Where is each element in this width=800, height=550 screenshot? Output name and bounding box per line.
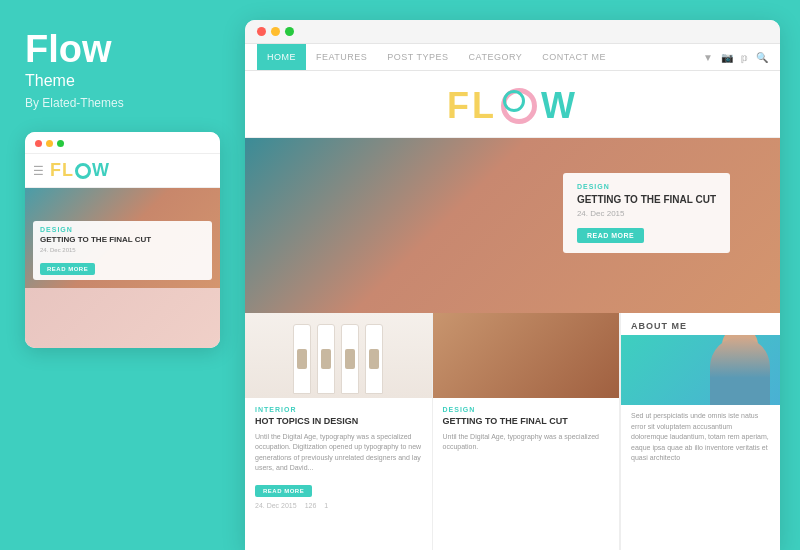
phone-nav: ☰ FLW bbox=[25, 154, 220, 188]
post-1-date: 24. Dec 2015 bbox=[255, 502, 297, 509]
brand-subtitle: Theme bbox=[25, 72, 75, 90]
post-2-tag: DESIGN bbox=[443, 406, 610, 413]
post-1-body: INTERIOR HOT TOPICS IN DESIGN Until the … bbox=[245, 398, 432, 550]
phone-top-bar bbox=[25, 132, 220, 154]
hero-title: GETTING TO THE FINAL CUT bbox=[577, 193, 716, 206]
post-2-body: DESIGN GETTING TO THE FINAL CUT Until th… bbox=[433, 398, 620, 550]
post-thumb-2 bbox=[433, 313, 620, 398]
logo-o-icon bbox=[75, 163, 91, 179]
posts-area: INTERIOR HOT TOPICS IN DESIGN Until the … bbox=[245, 313, 780, 550]
bottle-3 bbox=[341, 324, 359, 394]
desktop-top-bar bbox=[245, 20, 780, 44]
post-2-excerpt: Until the Digital Age, typography was a … bbox=[443, 432, 610, 453]
phone-category-tag: DESIGN bbox=[40, 226, 205, 233]
post-1-read-more-button[interactable]: READ MORE bbox=[255, 485, 312, 497]
phone-hero-image: DESIGN GETTING TO THE FINAL CUT 24. Dec … bbox=[25, 188, 220, 288]
nav-search-icon[interactable]: 🔍 bbox=[756, 52, 768, 63]
post-card-2: DESIGN GETTING TO THE FINAL CUT Until th… bbox=[433, 313, 621, 550]
nav-icons: ▼ 📷 𝕡 🔍 bbox=[703, 52, 768, 63]
nav-social-1-icon: ▼ bbox=[703, 52, 713, 63]
logo-w: W bbox=[92, 160, 110, 181]
nav-social-3-icon: 𝕡 bbox=[741, 52, 748, 63]
nav-item-features[interactable]: FEATURES bbox=[306, 44, 377, 70]
phone-post-title: GETTING TO THE FINAL CUT bbox=[40, 235, 205, 245]
phone-read-more-button[interactable]: READ MORE bbox=[40, 263, 95, 275]
dot-yellow-icon bbox=[46, 140, 53, 147]
phone-second-card bbox=[25, 288, 220, 348]
post-1-comments: 1 bbox=[324, 502, 328, 509]
nav-social-2-icon: 📷 bbox=[721, 52, 733, 63]
post-1-meta: 24. Dec 2015 126 1 bbox=[255, 502, 422, 509]
brand-author: By Elated-Themes bbox=[25, 96, 124, 110]
hero-section: DESIGN GETTING TO THE FINAL CUT 24. Dec … bbox=[245, 138, 780, 313]
site-logo-area: FL W bbox=[245, 71, 780, 138]
hero-overlay-card: DESIGN GETTING TO THE FINAL CUT 24. Dec … bbox=[563, 173, 730, 253]
post-2-title: GETTING TO THE FINAL CUT bbox=[443, 416, 610, 428]
phone-date: 24. Dec 2015 bbox=[40, 247, 205, 253]
phone-mockup: ☰ FLW DESIGN GETTING TO THE FINAL CUT 24… bbox=[25, 132, 220, 348]
desktop-dot-yellow bbox=[271, 27, 280, 36]
desktop-nav: HOME FEATURES POST TYPES CATEGORY CONTAC… bbox=[245, 44, 780, 71]
post-thumb-1 bbox=[245, 313, 432, 398]
nav-item-post-types[interactable]: POST TYPES bbox=[377, 44, 458, 70]
bottle-4 bbox=[365, 324, 383, 394]
post-1-views: 126 bbox=[305, 502, 317, 509]
hero-tag: DESIGN bbox=[577, 183, 716, 190]
brand-title: Flow bbox=[25, 30, 112, 68]
sidebar-avatar-image bbox=[621, 335, 780, 405]
hero-read-more-button[interactable]: READ MORE bbox=[577, 228, 644, 243]
nav-item-contact[interactable]: CONTACT ME bbox=[532, 44, 616, 70]
desktop-mockup: HOME FEATURES POST TYPES CATEGORY CONTAC… bbox=[245, 20, 780, 550]
post-1-tag: INTERIOR bbox=[255, 406, 422, 413]
post-1-excerpt: Until the Digital Age, typography was a … bbox=[255, 432, 422, 474]
bottle-2 bbox=[317, 324, 335, 394]
site-logo-o-wrap bbox=[499, 86, 539, 126]
logo-f: FL bbox=[50, 160, 74, 181]
site-logo: FL W bbox=[447, 85, 578, 127]
dot-green-icon bbox=[57, 140, 64, 147]
sidebar-header: ABOUT ME bbox=[621, 313, 780, 335]
nav-item-home[interactable]: HOME bbox=[257, 44, 306, 70]
nav-item-category[interactable]: CATEGORY bbox=[459, 44, 533, 70]
phone-logo: FLW bbox=[50, 160, 110, 181]
site-logo-fl: FL bbox=[447, 85, 497, 127]
site-logo-w: W bbox=[541, 85, 578, 127]
sidebar-bio-text: Sed ut perspiciatis unde omnis iste natu… bbox=[621, 405, 780, 470]
post-1-title: HOT TOPICS IN DESIGN bbox=[255, 416, 422, 428]
left-panel: Flow Theme By Elated-Themes ☰ FLW DESIGN… bbox=[0, 0, 245, 550]
avatar-body bbox=[710, 337, 770, 405]
dot-red-icon bbox=[35, 140, 42, 147]
post-card-1: INTERIOR HOT TOPICS IN DESIGN Until the … bbox=[245, 313, 433, 550]
hamburger-icon: ☰ bbox=[33, 164, 44, 178]
desktop-dot-red bbox=[257, 27, 266, 36]
sidebar-about: ABOUT ME Sed ut perspiciatis unde omnis … bbox=[620, 313, 780, 550]
hero-date: 24. Dec 2015 bbox=[577, 209, 716, 218]
desktop-dot-green bbox=[285, 27, 294, 36]
phone-hero-content: DESIGN GETTING TO THE FINAL CUT 24. Dec … bbox=[33, 221, 212, 280]
bottle-1 bbox=[293, 324, 311, 394]
site-logo-o-inner bbox=[503, 90, 525, 112]
